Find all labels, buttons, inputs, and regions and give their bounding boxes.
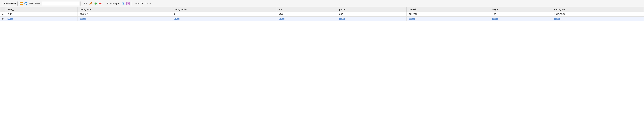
filter-rows-label: Filter Rows: <box>29 2 41 5</box>
null-badge-mem-id: NULL <box>8 18 13 20</box>
new-cell-phone1[interactable]: NULL <box>337 16 406 21</box>
cell-mem-number-1[interactable]: 4 <box>172 12 276 16</box>
svg-rect-3 <box>21 4 23 5</box>
new-cell-phone2[interactable]: NULL <box>406 16 490 21</box>
new-cell-height[interactable]: NULL <box>490 16 552 21</box>
export-import-label: Export/Import: <box>107 2 121 5</box>
filter-rows-input[interactable] <box>42 2 79 5</box>
import-icon[interactable] <box>126 2 130 5</box>
delete-row-icon[interactable] <box>98 2 102 5</box>
new-cell-mem-name[interactable]: NULL <box>78 16 172 21</box>
result-grid-label: Result Grid <box>4 2 16 5</box>
null-badge-phone1: NULL <box>339 18 345 20</box>
svg-line-4 <box>90 4 90 5</box>
null-badge-mem-number: NULL <box>174 18 180 20</box>
col-header-debut_date[interactable]: debut_date <box>552 7 644 12</box>
null-badge-phone2: NULL <box>409 18 414 20</box>
cell-phone1-1[interactable]: 055 <box>337 12 406 16</box>
null-badge-addr: NULL <box>279 18 284 20</box>
col-header-phone1[interactable]: phone1 <box>337 7 406 12</box>
edit-label: Edit: <box>84 2 88 5</box>
null-badge-height: NULL <box>492 18 498 20</box>
row-indicator-1: ▶ <box>0 12 5 16</box>
table-header-row: mem_id mem_name mem_number addr phone1 p… <box>0 7 644 12</box>
cell-mem-name-1[interactable]: 블랙핑크 <box>78 12 172 16</box>
svg-rect-0 <box>20 2 21 3</box>
new-cell-addr[interactable]: NULL <box>276 16 337 21</box>
svg-rect-1 <box>21 2 23 3</box>
svg-rect-17 <box>127 2 129 3</box>
refresh-icon[interactable] <box>24 2 28 5</box>
cell-debut-date-1[interactable]: 2016-08-08 <box>552 12 644 16</box>
new-cell-mem-number[interactable]: NULL <box>172 16 276 21</box>
table-row: ▶ BLK 블랙핑크 4 경남 055 22222222 163 2016-08… <box>0 12 644 16</box>
col-header-mem_id[interactable]: mem_id <box>5 7 78 12</box>
col-header-mem_number[interactable]: mem_number <box>172 7 276 12</box>
toolbar: Result Grid Filter Rows: Edit: <box>0 0 644 7</box>
col-header-indicator <box>0 7 5 12</box>
edit-pencil-icon[interactable] <box>89 2 93 5</box>
add-row-icon[interactable] <box>94 2 98 5</box>
null-badge-mem-name: NULL <box>80 18 86 20</box>
new-row-indicator: ✱ <box>0 16 5 21</box>
new-cell-mem-id[interactable]: NULL <box>5 16 78 21</box>
cell-mem-id-1[interactable]: BLK <box>5 12 78 16</box>
null-badge-debut-date: NULL <box>554 18 560 20</box>
svg-rect-13 <box>122 2 124 3</box>
result-table: mem_id mem_name mem_number addr phone1 p… <box>0 7 644 21</box>
svg-rect-2 <box>20 4 21 5</box>
col-header-phone2[interactable]: phone2 <box>406 7 490 12</box>
col-header-height[interactable]: height <box>490 7 552 12</box>
toolbar-sep-3 <box>104 2 104 6</box>
col-header-addr[interactable]: addr <box>276 7 337 12</box>
col-header-mem_name[interactable]: mem_name <box>78 7 172 12</box>
table-container: mem_id mem_name mem_number addr phone1 p… <box>0 7 644 123</box>
wrap-cell-label: Wrap Cell Conte... <box>135 2 152 5</box>
new-table-row: ✱ NULL NULL NULL NULL NULL NULL NULL NUL… <box>0 16 644 21</box>
cell-addr-1[interactable]: 경남 <box>276 12 337 16</box>
new-cell-debut-date[interactable]: NULL <box>552 16 644 21</box>
export-icon[interactable] <box>122 2 125 5</box>
result-panel: Result Grid Filter Rows: Edit: <box>0 0 644 123</box>
cell-phone2-1[interactable]: 22222222 <box>406 12 490 16</box>
cell-height-1[interactable]: 163 <box>490 12 552 16</box>
grid-icon[interactable] <box>19 2 23 5</box>
toolbar-sep-2 <box>80 2 81 6</box>
